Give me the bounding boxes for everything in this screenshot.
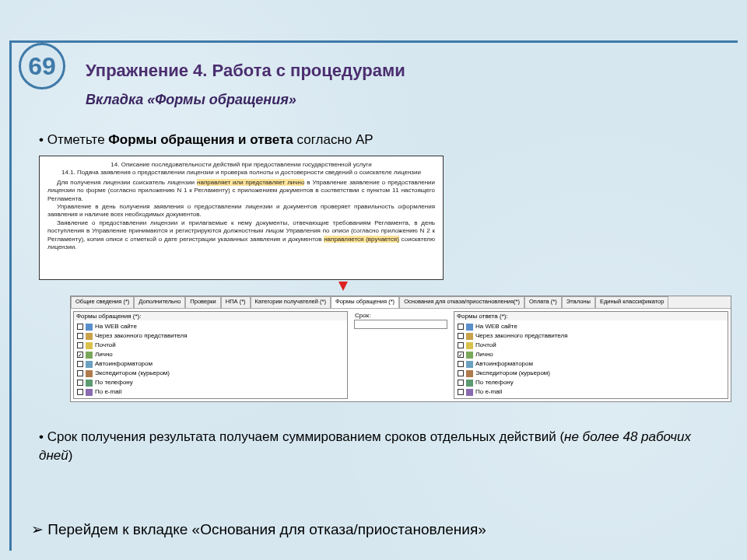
item-label: Экспедитором (курьером) [475, 369, 550, 378]
checkbox[interactable] [77, 352, 83, 358]
chevron-right-icon: ➢ [31, 521, 47, 537]
checkbox[interactable] [458, 361, 464, 367]
frame-left [9, 40, 12, 551]
list-item: На WEB сайте [456, 322, 726, 331]
slide-title: Упражнение 4. Работа с процедурами [86, 61, 405, 81]
checkbox[interactable] [77, 380, 83, 386]
checkbox[interactable] [458, 333, 464, 339]
deadline-panel: Срок: [354, 311, 447, 399]
checkbox[interactable] [77, 324, 83, 330]
deadline-label: Срок: [354, 311, 447, 320]
item-icon [86, 389, 93, 396]
checkbox[interactable] [77, 361, 83, 367]
checkbox[interactable] [458, 342, 464, 348]
checkbox[interactable] [458, 370, 464, 376]
list-item: По e-mail [456, 387, 726, 397]
app-screenshot: Общие сведения (*)ДополнительноПроверкиН… [70, 296, 731, 402]
item-label: Лично [95, 350, 113, 359]
list-item: Через законного представителя [75, 331, 345, 341]
item-label: Лично [475, 350, 493, 359]
list-item: По телефону [75, 378, 345, 387]
list-item: Через законного представителя [456, 331, 726, 341]
tab-9[interactable]: Единый классификатор [595, 296, 668, 308]
list-item: По телефону [456, 378, 726, 387]
item-label: Автоинформатором [95, 359, 153, 369]
footer-next-step: ➢ Перейдем к вкладке «Основания для отка… [31, 520, 486, 538]
item-label: По e-mail [475, 387, 502, 397]
deadline-input[interactable] [354, 320, 447, 329]
item-icon [466, 333, 473, 340]
instruction-bullet-1: • Отметьте Формы обращения и ответа согл… [39, 132, 374, 148]
item-icon [86, 342, 93, 349]
item-icon [466, 342, 473, 349]
tab-0[interactable]: Общие сведения (*) [71, 296, 134, 308]
item-icon [466, 361, 473, 368]
item-icon [86, 324, 93, 331]
forms-response-panel: Формы ответа (*): На WEB сайтеЧерез зако… [454, 311, 728, 399]
forms-request-panel: Формы обращения (*): На WEB сайтеЧерез з… [73, 311, 348, 399]
item-icon [86, 352, 93, 359]
tab-1[interactable]: Дополнительно [134, 296, 185, 308]
frame-top [9, 40, 738, 43]
item-icon [86, 333, 93, 340]
tab-7[interactable]: Оплата (*) [524, 296, 562, 308]
tab-4[interactable]: Категории получателей (*) [251, 296, 331, 308]
forms-request-header: Формы обращения (*): [74, 312, 347, 320]
page-number: 69 [28, 52, 56, 81]
item-icon [86, 380, 93, 387]
tab-bar: Общие сведения (*)ДополнительноПроверкиН… [71, 296, 731, 309]
item-label: Через законного представителя [95, 331, 187, 341]
checkbox[interactable] [458, 352, 464, 358]
checkbox[interactable] [77, 333, 83, 339]
item-icon [466, 352, 473, 359]
list-item: По e-mail [75, 387, 345, 397]
list-item: На WEB сайте [75, 322, 345, 331]
regulation-excerpt: 14. Описание последовательности действий… [39, 156, 444, 280]
list-item: Почтой [75, 341, 345, 350]
item-icon [86, 361, 93, 368]
item-label: Через законного представителя [475, 331, 567, 341]
checkbox[interactable] [77, 370, 83, 376]
item-label: На WEB сайте [475, 322, 517, 331]
list-item: Лично [456, 350, 726, 359]
tab-6[interactable]: Основания для отказа/приостановления(*) [399, 296, 524, 308]
checkbox[interactable] [458, 389, 464, 395]
item-icon [466, 389, 473, 396]
checkbox[interactable] [77, 342, 83, 348]
checkbox[interactable] [77, 389, 83, 395]
slide-subtitle: Вкладка «Формы обращения» [86, 92, 296, 108]
list-item: Лично [75, 350, 345, 359]
tab-3[interactable]: НПА (*) [221, 296, 251, 308]
item-label: Почтой [475, 341, 496, 350]
item-label: По e-mail [95, 387, 121, 397]
item-icon [466, 324, 473, 331]
item-label: Автоинформатором [475, 359, 533, 369]
list-item: Автоинформатором [456, 359, 726, 369]
list-item: Экспедитором (курьером) [456, 369, 726, 378]
item-label: По телефону [95, 378, 133, 387]
list-item: Экспедитором (курьером) [75, 369, 345, 378]
tab-5[interactable]: Формы обращения (*) [331, 296, 399, 308]
tab-8[interactable]: Эталоны [562, 296, 595, 308]
item-label: Экспедитором (курьером) [95, 369, 170, 378]
item-label: Почтой [95, 341, 116, 350]
item-icon [466, 370, 473, 377]
item-icon [466, 380, 473, 387]
checkbox[interactable] [458, 324, 464, 330]
arrow-down-icon [338, 282, 348, 291]
instruction-bullet-2: • Срок получения результата получаем сум… [39, 428, 716, 465]
forms-response-header: Формы ответа (*): [454, 312, 728, 320]
list-item: Автоинформатором [75, 359, 345, 369]
item-label: На WEB сайте [95, 322, 137, 331]
item-label: По телефону [475, 378, 514, 387]
list-item: Почтой [456, 341, 726, 350]
item-icon [86, 370, 93, 377]
tab-2[interactable]: Проверки [185, 296, 220, 308]
page-number-badge: 69 [19, 43, 65, 89]
checkbox[interactable] [458, 380, 464, 386]
